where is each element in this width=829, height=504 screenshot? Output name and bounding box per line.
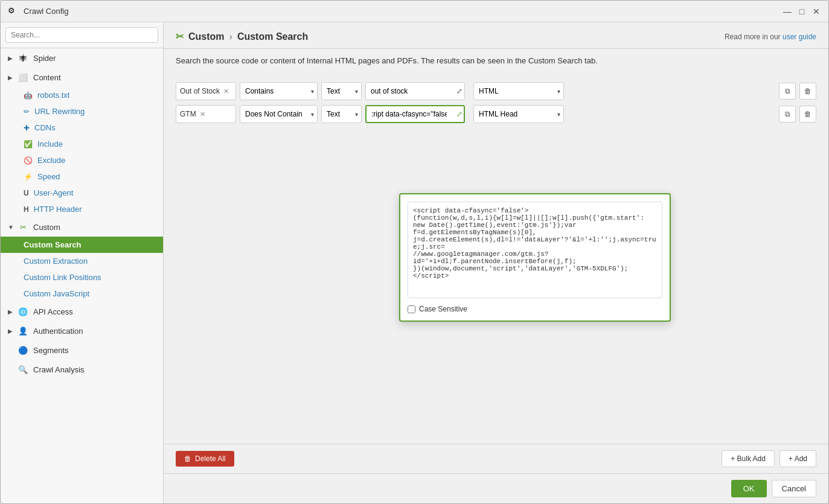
copy-button-2[interactable]: ⧉ <box>779 106 796 123</box>
exclude-icon: 🚫 <box>24 156 33 165</box>
type-select-2[interactable]: Text XPath CSS <box>321 105 362 123</box>
sidebar-item-http-header[interactable]: H HTTP Header <box>1 201 163 217</box>
tag-close-icon[interactable]: ✕ <box>223 88 229 95</box>
custom-icon: ✂ <box>18 222 28 232</box>
speed-icon: ⚡ <box>24 173 33 181</box>
footer-bar: 🗑 Delete All + Bulk Add + Add <box>164 444 828 473</box>
sidebar-label: Spider <box>33 54 56 63</box>
include-icon: ✅ <box>24 140 33 148</box>
arrow-icon: ▶ <box>8 308 15 315</box>
value-input-2[interactable] <box>365 105 465 123</box>
sidebar-item-custom-extraction[interactable]: Custom Extraction <box>1 253 163 269</box>
breadcrumb-icon: ✂ <box>176 31 184 42</box>
sidebar-item-custom-javascript[interactable]: Custom JavaScript <box>1 285 163 302</box>
minimize-button[interactable]: — <box>783 7 792 16</box>
dialog-actions: OK Cancel <box>164 473 828 503</box>
sidebar-child-label: User-Agent <box>34 188 74 197</box>
value-input-wrap-2: ⤢ <box>365 105 465 123</box>
cancel-button[interactable]: Cancel <box>772 480 816 497</box>
sidebar-item-spider[interactable]: ▶ 🕷 Spider <box>1 48 163 68</box>
sidebar-label: Authentication <box>33 327 83 336</box>
sidebar-label: Segments <box>33 346 69 355</box>
user-guide-link[interactable]: user guide <box>783 33 816 41</box>
sidebar-label: Content <box>33 73 61 82</box>
scope-dropdown-1[interactable]: HTML HTML Head HTML Body PDF <box>473 82 564 100</box>
spider-icon: 🕷 <box>18 53 28 63</box>
sidebar-item-custom-search[interactable]: Custom Search <box>1 237 163 253</box>
bulk-add-button[interactable]: + Bulk Add <box>722 450 775 467</box>
sidebar-item-robots[interactable]: 🤖 robots.txt <box>1 87 163 103</box>
tag-label: Out of Stock <box>180 87 220 95</box>
delete-button-1[interactable]: 🗑 <box>799 83 816 100</box>
filter-rows: Out of Stock ✕ Contains Does Not Contain… <box>176 82 816 126</box>
api-access-icon: 🌐 <box>18 306 28 317</box>
tag-out-of-stock[interactable]: Out of Stock ✕ <box>176 82 236 100</box>
value-input-1[interactable] <box>365 82 465 100</box>
delete-button-2[interactable]: 🗑 <box>799 106 816 123</box>
crawl-analysis-icon: 🔍 <box>18 364 28 375</box>
condition-select-1[interactable]: Contains Does Not Contain Equals <box>240 82 318 100</box>
delete-all-label: Delete All <box>195 455 226 463</box>
tag-label: GTM <box>180 110 196 118</box>
sidebar-item-authentication[interactable]: ▶ 👤 Authentication <box>1 321 163 340</box>
popup-textarea[interactable]: <script data-cfasync='false'> (function(… <box>408 202 662 298</box>
sidebar-item-exclude[interactable]: 🚫 Exclude <box>1 152 163 168</box>
popup-box: <script data-cfasync='false'> (function(… <box>399 193 671 322</box>
sidebar-child-label: Speed <box>37 172 60 181</box>
condition-dropdown-1[interactable]: Contains Does Not Contain Equals <box>240 82 318 100</box>
breadcrumb-child: Custom Search <box>237 31 308 42</box>
sidebar-child-label: Custom JavaScript <box>24 289 89 298</box>
sidebar-item-include[interactable]: ✅ Include <box>1 136 163 152</box>
robots-icon: 🤖 <box>24 91 33 100</box>
sidebar-child-label: Custom Link Positions <box>24 273 101 282</box>
sidebar-item-api-access[interactable]: ▶ 🌐 API Access <box>1 302 163 321</box>
close-button[interactable]: ✕ <box>811 7 821 16</box>
arrow-icon: ▶ <box>8 74 15 81</box>
content-icon: ⬜ <box>18 72 28 83</box>
type-dropdown-1[interactable]: Text XPath CSS <box>321 82 362 100</box>
expand-button-2[interactable]: ⤢ <box>456 110 463 118</box>
scope-dropdown-2[interactable]: HTML HTML Head HTML Body PDF <box>473 105 564 123</box>
sidebar-child-label: Exclude <box>37 156 65 165</box>
tag-close-icon[interactable]: ✕ <box>200 110 205 118</box>
sidebar-item-url-rewriting[interactable]: ✏ URL Rewriting <box>1 103 163 120</box>
search-input[interactable] <box>5 27 158 43</box>
app-icon: ⚙ <box>8 6 19 17</box>
case-sensitive-text: Case Sensitive <box>419 305 467 313</box>
sidebar-item-custom[interactable]: ▼ ✂ Custom <box>1 217 163 237</box>
tag-gtm[interactable]: GTM ✕ <box>176 105 236 123</box>
popup-overlay: <script data-cfasync='false'> (function(… <box>399 193 671 322</box>
maximize-button[interactable]: □ <box>797 7 807 16</box>
condition-select-2[interactable]: Contains Does Not Contain Equals <box>240 105 318 123</box>
copy-button-1[interactable]: ⧉ <box>779 83 796 100</box>
add-button[interactable]: + Add <box>779 450 816 467</box>
breadcrumb: ✂ Custom › Custom Search <box>176 31 308 42</box>
sidebar-item-crawl-analysis[interactable]: ▶ 🔍 Crawl Analysis <box>1 360 163 379</box>
sidebar-child-label: CDNs <box>34 123 56 132</box>
user-agent-icon: U <box>24 189 29 197</box>
expand-button-1[interactable]: ⤢ <box>456 87 463 95</box>
sidebar-item-segments[interactable]: ▶ 🔵 Segments <box>1 340 163 360</box>
url-rewriting-icon: ✏ <box>24 107 30 116</box>
case-sensitive-label[interactable]: Case Sensitive <box>408 305 467 313</box>
trash-icon: 🗑 <box>184 455 191 463</box>
type-dropdown-2[interactable]: Text XPath CSS <box>321 105 362 123</box>
authentication-icon: 👤 <box>18 325 28 336</box>
sidebar-item-custom-link-positions[interactable]: Custom Link Positions <box>1 269 163 285</box>
popup-footer: Case Sensitive <box>408 305 662 313</box>
scope-select-2[interactable]: HTML HTML Head HTML Body PDF <box>473 105 564 123</box>
condition-dropdown-2[interactable]: Contains Does Not Contain Equals <box>240 105 318 123</box>
delete-all-button[interactable]: 🗑 Delete All <box>176 451 234 467</box>
sidebar-label: API Access <box>33 307 73 316</box>
sidebar-child-label: robots.txt <box>37 91 69 100</box>
sidebar-item-user-agent[interactable]: U User-Agent <box>1 185 163 201</box>
sidebar-item-speed[interactable]: ⚡ Speed <box>1 168 163 185</box>
ok-button[interactable]: OK <box>731 480 767 497</box>
sidebar-item-cdns[interactable]: ✚ CDNs <box>1 120 163 136</box>
sidebar-child-label: Include <box>37 139 63 148</box>
case-sensitive-checkbox[interactable] <box>408 305 415 313</box>
segments-icon: 🔵 <box>18 345 28 356</box>
type-select-1[interactable]: Text XPath CSS <box>321 82 362 100</box>
sidebar-item-content[interactable]: ▶ ⬜ Content <box>1 68 163 87</box>
scope-select-1[interactable]: HTML HTML Head HTML Body PDF <box>473 82 564 100</box>
